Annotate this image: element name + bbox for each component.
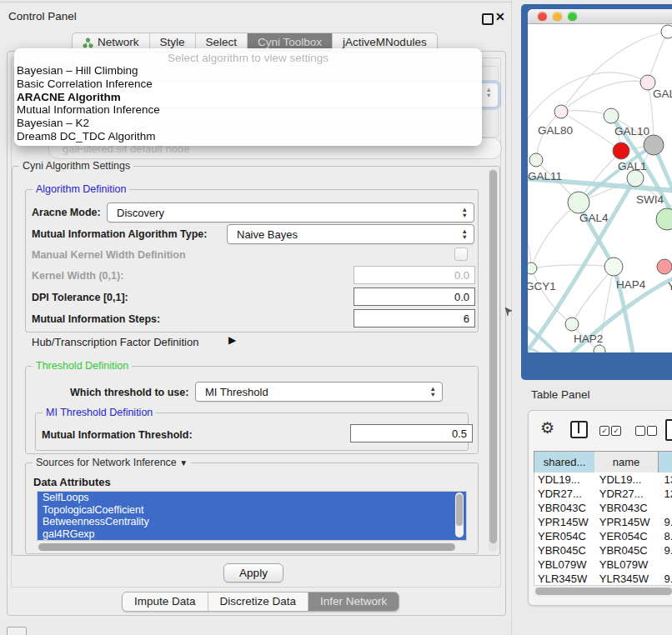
network-node[interactable] [604, 108, 619, 123]
algorithm-option-bayesian-hill-climbing[interactable]: Bayesian – Hill Climbing [14, 64, 482, 78]
data-attribute-item[interactable]: gal4RGexp [38, 528, 466, 541]
network-graph[interactable]: GALGAL80GAL10GAL1GAL11GAL4SWI4GCY1HAP4YH… [528, 24, 672, 352]
document-icon[interactable] [665, 419, 672, 441]
network-node[interactable] [657, 259, 672, 274]
network-edge[interactable] [531, 265, 614, 268]
mi-type-label: Mutual Information Algorithm Type: [32, 228, 207, 240]
mi-steps-input[interactable]: 6 [354, 309, 475, 328]
table-row[interactable]: YDR27...YDR27...12 [534, 487, 672, 501]
network-node[interactable] [528, 262, 537, 274]
algorithm-option-bayesian-k2[interactable]: Bayesian – K2 [14, 117, 482, 130]
network-node[interactable] [627, 170, 644, 187]
zoom-traffic-light[interactable] [568, 12, 577, 21]
sources-group-title: Sources for Network Inference ▼ [33, 457, 191, 468]
network-view-window[interactable]: GALGAL80GAL10GAL1GAL11GAL4SWI4GCY1HAP4YH… [521, 4, 672, 380]
network-node[interactable] [604, 258, 623, 276]
table-row[interactable]: YER054CYER054C8. [534, 529, 672, 543]
hub-definition-label[interactable]: Hub/Transcription Factor Definition [32, 336, 198, 348]
unchecked-checkbox-icon[interactable] [647, 426, 657, 436]
algorithm-option-aracne-algorithm[interactable]: ARACNE Algorithm [14, 91, 482, 104]
table-row[interactable]: YBR045CYBR045C9. [534, 543, 672, 558]
dpi-tolerance-input[interactable]: 0.0 [354, 288, 475, 306]
float-window-icon[interactable] [482, 13, 494, 25]
table-panel-title: Table Panel [531, 388, 590, 401]
algorithm-option-basic-correlation-inference[interactable]: Basic Correlation Inference [14, 78, 482, 91]
table-hscrollbar-thumb[interactable] [535, 588, 672, 595]
aracne-mode-value: Discovery [117, 207, 164, 219]
network-node[interactable] [594, 345, 605, 352]
apply-button[interactable]: Apply [223, 563, 283, 582]
table-cell: YPR145W [534, 515, 596, 529]
network-canvas[interactable]: GALGAL80GAL10GAL1GAL11GAL4SWI4GCY1HAP4YH… [528, 24, 672, 352]
mi-type-combo[interactable]: Naive Bayes ▲▼ [227, 224, 474, 244]
network-node-label: GCY1 [528, 280, 556, 292]
unchecked-checkbox-icon[interactable] [635, 426, 645, 436]
network-node[interactable] [661, 25, 672, 38]
settings-scrollbar-thumb[interactable] [489, 170, 497, 543]
table-cell: 9. [660, 515, 672, 529]
popup-item-list: Bayesian – Hill ClimbingBasic Correlatio… [14, 64, 482, 143]
table-hscrollbar[interactable] [534, 585, 672, 597]
table-row[interactable]: YBL079WYBL079W [534, 558, 672, 572]
data-attribute-item[interactable]: BetweennessCentrality [38, 516, 466, 528]
attr-list-hscrollbar[interactable] [37, 542, 465, 552]
algorithm-option-mutual-information-inference[interactable]: Mutual Information Inference [14, 103, 482, 117]
collapse-arrow-icon[interactable]: ▼ [179, 458, 188, 468]
manual-kernel-checkbox[interactable] [454, 248, 468, 261]
network-node[interactable] [529, 153, 543, 167]
network-edge[interactable] [561, 81, 648, 112]
dpi-tolerance-label: DPI Tolerance [0,1]: [32, 292, 128, 303]
data-attribute-item[interactable]: TopologicalCoefficient [38, 504, 466, 517]
network-edge[interactable] [648, 32, 668, 82]
attr-list-hscrollbar-thumb[interactable] [38, 543, 455, 551]
network-node[interactable] [656, 208, 672, 230]
network-node[interactable] [565, 318, 579, 331]
column-header-a[interactable]: A [659, 451, 672, 473]
attr-list-scrollbar-thumb[interactable] [456, 494, 463, 526]
network-node[interactable] [568, 192, 589, 213]
combo-stepper-icon: ▲▼ [462, 207, 468, 218]
tab-discretize-data[interactable]: Discretize Data [208, 592, 309, 611]
attr-list-scrollbar[interactable] [455, 492, 464, 538]
algorithm-option-dream8-dc-tdc-algorithm[interactable]: Dream8 DC_TDC Algorithm [14, 130, 482, 143]
close-traffic-light[interactable] [538, 12, 547, 21]
mi-threshold-input[interactable]: 0.5 [350, 424, 473, 442]
column-header-name[interactable]: name [594, 451, 659, 473]
network-edge[interactable] [528, 72, 648, 124]
mi-steps-label: Mutual Information Steps: [32, 313, 160, 325]
table-row[interactable]: YPR145WYPR145W9. [534, 515, 672, 529]
table-cell: YBR045C [596, 543, 661, 558]
tab-infer-network[interactable]: Infer Network [308, 592, 399, 611]
which-threshold-combo[interactable]: MI Threshold ▲▼ [195, 382, 443, 402]
network-window-titlebar[interactable] [528, 9, 672, 24]
close-icon[interactable]: ✕ [495, 10, 505, 23]
expand-arrow-icon[interactable]: ▶ [228, 334, 236, 346]
kernel-width-input[interactable]: 0.0 [354, 266, 475, 284]
table-cell: YDR27... [534, 487, 596, 501]
network-node-label: HAP4 [616, 278, 646, 291]
network-node[interactable] [644, 135, 664, 155]
checked-checkbox-icon[interactable]: ✓ [611, 426, 621, 436]
network-node-label: GAL11 [528, 170, 562, 182]
settings-scrollbar[interactable] [489, 168, 498, 552]
split-columns-icon[interactable] [570, 421, 588, 438]
table-cell: YLR345W [534, 572, 596, 586]
table-row[interactable]: YBR043CYBR043C [534, 501, 672, 515]
network-node-label: GAL4 [579, 212, 609, 224]
network-edge[interactable] [531, 202, 579, 268]
aracne-mode-combo[interactable]: Discovery ▲▼ [107, 202, 474, 222]
column-header-shared[interactable]: shared... [534, 451, 595, 473]
network-node[interactable] [613, 142, 629, 159]
network-node[interactable] [554, 105, 568, 118]
data-attributes-list[interactable]: SelfLoopsTopologicalCoefficientBetweenne… [37, 491, 467, 541]
data-attribute-item[interactable]: SelfLoops [38, 492, 466, 504]
checked-checkbox-icon[interactable]: ✓ [599, 426, 609, 436]
corner-widget-icon[interactable] [7, 627, 27, 635]
tab-impute-data[interactable]: Impute Data [123, 592, 208, 611]
threshold-definition-title: Threshold Definition [33, 360, 132, 372]
minimize-traffic-light[interactable] [553, 12, 562, 21]
gear-icon[interactable]: ⚙ [540, 418, 554, 438]
panel-divider[interactable] [511, 0, 512, 635]
table-row[interactable]: YDL19...YDL19...13 [534, 472, 672, 487]
table-row[interactable]: YLR345WYLR345W9. [534, 572, 672, 586]
